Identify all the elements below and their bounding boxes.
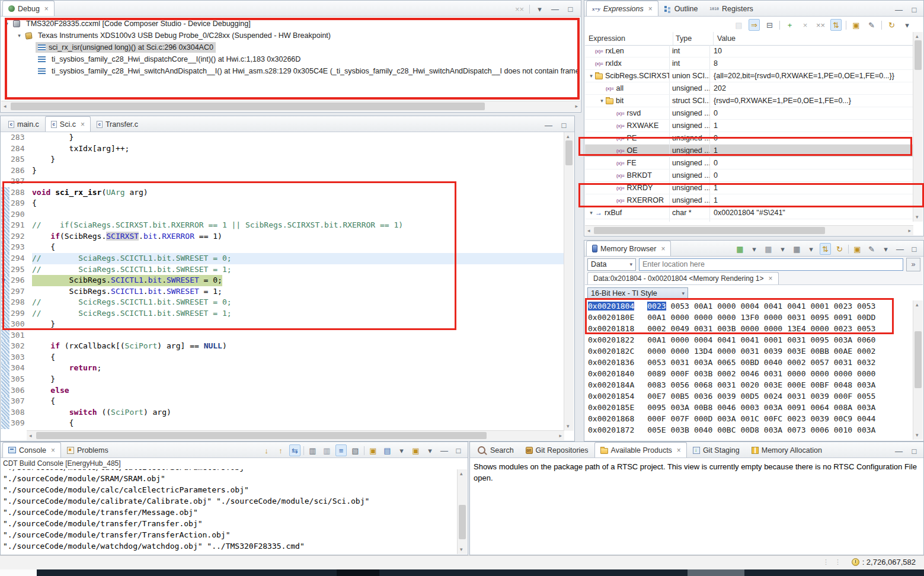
memory-hex-view[interactable]: 0x002018040023005300A1000000040041004100… xyxy=(588,300,913,440)
add-expression-icon[interactable]: + xyxy=(784,19,795,31)
clear-console-icon[interactable]: ▧ xyxy=(350,444,361,456)
show-type-names-icon[interactable]: ▤ xyxy=(733,19,744,31)
expander-icon[interactable]: ▾ xyxy=(587,73,595,79)
expression-row-rxlen[interactable]: (x)=rxLenint10 xyxy=(585,45,913,57)
memory-row-0x0020180E[interactable]: 0x0020180E00A100000000000013F00000003100… xyxy=(588,312,913,323)
pin-console-icon[interactable]: ▥ xyxy=(307,444,318,456)
debug-stack-frame[interactable]: sci_rx_isr(unsigned long)() at Sci.c:296… xyxy=(2,41,580,53)
console-output[interactable]: "./sourceCode/module/calc/calcElectricPa… xyxy=(3,469,456,554)
collapse-all-icon[interactable]: ⊟ xyxy=(764,19,775,31)
memory-row-0x0020182C[interactable]: 0x0020182C0000000013D4000000310039003E00… xyxy=(588,345,913,357)
expression-row-all[interactable]: (x)=allunsigned ...202 xyxy=(585,82,913,95)
expression-row-rxerror[interactable]: (x)=RXERRORunsigned ...1 xyxy=(585,194,913,207)
minimize-icon[interactable]: — xyxy=(893,445,904,457)
memory-row-0x00201836[interactable]: 0x0020183600530031003A006500BD0040000200… xyxy=(588,357,913,368)
tab-outline[interactable]: Outline xyxy=(658,1,704,16)
memory-row-0x0020184A[interactable]: 0x0020184A00830056006800310020003E000E00… xyxy=(588,379,913,391)
memory-format-select[interactable]: 16-Bit Hex - TI Style ▾ xyxy=(587,287,688,299)
view-menu-icon[interactable]: ▾ xyxy=(534,3,545,15)
debug-stack-frame[interactable]: ▾TMS320F28335.ccxml [Code Composer Studi… xyxy=(2,18,580,30)
show-output-on-change-icon[interactable]: ⇆ xyxy=(289,444,300,456)
refresh-auto-icon[interactable]: ⇅ xyxy=(820,243,831,255)
memory-row-0x00201840[interactable]: 0x002018400089000F003B000200460031000000… xyxy=(588,368,913,379)
tab-git-staging[interactable]: Git Staging xyxy=(687,442,746,457)
close-icon[interactable]: × xyxy=(51,446,55,455)
new-console-icon[interactable]: ▣ xyxy=(367,444,379,456)
expressions-horizontal-scrollbar[interactable]: ◂ ▸ xyxy=(585,225,913,235)
scroll-to-bottom-icon[interactable]: ↓ xyxy=(261,444,272,456)
expression-row-oe[interactable]: (x)=OEunsigned ...1 xyxy=(585,145,913,157)
expressions-table[interactable]: (x)=rxLenint10(x)=rxIdxint8▾ScibRegs.SCI… xyxy=(585,45,913,222)
refresh-icon[interactable]: ↻ xyxy=(834,243,845,255)
close-icon[interactable]: × xyxy=(44,5,49,13)
save-memory-icon[interactable]: ▦ xyxy=(763,243,774,255)
word-wrap-icon[interactable]: ≡ xyxy=(335,444,347,456)
new-tab-icon[interactable]: ▣ xyxy=(852,243,863,255)
memory-row-0x00201854[interactable]: 0x0020185400E700B50036003900D50024003100… xyxy=(588,391,913,402)
editor-vertical-scrollbar[interactable]: ▴ ▾ xyxy=(564,132,574,431)
expression-row-rxwake[interactable]: (x)=RXWAKEunsigned ...1 xyxy=(585,120,913,132)
minimize-icon[interactable]: — xyxy=(894,243,906,255)
console-vertical-scrollbar[interactable]: ▴ ▾ xyxy=(457,469,467,554)
maximize-icon[interactable]: □ xyxy=(453,444,464,456)
dropdown-icon[interactable]: ▾ xyxy=(749,243,760,255)
tab-expressions[interactable]: Expressions× xyxy=(586,1,658,16)
close-icon[interactable]: × xyxy=(677,446,681,455)
debug-stack-frame[interactable]: ti_sysbios_family_c28_Hwi_dispatchCore__… xyxy=(2,53,580,65)
tab-git-repositories[interactable]: Git Repositories xyxy=(520,442,594,457)
expression-row-rxrdy[interactable]: (x)=RXRDYunsigned ...1 xyxy=(585,182,913,194)
memory-row-0x00201804[interactable]: 0x002018040023005300A1000000040041004100… xyxy=(588,300,913,312)
memory-vertical-scrollbar[interactable]: ▴ ▾ xyxy=(913,300,923,440)
memory-space-select[interactable]: Data ▾ xyxy=(587,258,636,271)
edit-icon[interactable]: ✎ xyxy=(866,243,877,255)
tab-available-products[interactable]: Available Products× xyxy=(594,442,687,457)
editor-tab-transfer-c[interactable]: Transfer.c xyxy=(91,116,144,132)
column-expression[interactable]: Expression xyxy=(585,32,673,45)
remove-all-expressions-icon[interactable]: ×× xyxy=(815,19,826,31)
expander-icon[interactable]: ▾ xyxy=(598,98,606,104)
taskbar[interactable] xyxy=(0,569,924,576)
expander-icon[interactable]: ▾ xyxy=(15,33,23,39)
link-with-debug-icon[interactable]: ⇒ xyxy=(749,19,760,31)
tab-console[interactable]: Console× xyxy=(2,442,61,457)
maximize-icon[interactable]: □ xyxy=(909,243,920,255)
refresh-values-icon[interactable]: ⇅ xyxy=(830,19,842,31)
memory-go-button[interactable]: » xyxy=(906,258,920,271)
tab-memory-browser[interactable]: Memory Browser× xyxy=(586,241,671,256)
dropdown-icon[interactable]: ▾ xyxy=(396,444,407,456)
memory-row-0x0020185E[interactable]: 0x0020185E0095003A00B800460003003A009100… xyxy=(588,402,913,413)
debug-stack-frame[interactable]: ▾Texas Instruments XDS100v3 USB Debug Pr… xyxy=(2,30,580,41)
column-value[interactable]: Value xyxy=(714,34,913,43)
memory-row-0x00201872[interactable]: 0x00201872005E003B004000BC00D8003A007300… xyxy=(588,424,913,436)
expression-row-fe[interactable]: (x)=FEunsigned ...0 xyxy=(585,157,913,169)
rendering-tab-data-0x201804-0x00201804-memory-rendering-1-[interactable]: Data:0x201804 - 0x00201804 <Memory Rende… xyxy=(587,272,779,284)
memory-location-input[interactable] xyxy=(639,258,903,271)
maximize-icon[interactable]: □ xyxy=(909,445,920,457)
fill-memory-icon[interactable]: ▦ xyxy=(791,243,802,255)
column-type[interactable]: Type xyxy=(673,32,714,45)
remove-all-terminated-icon[interactable]: ×× xyxy=(514,3,525,15)
tab-memory-allocation[interactable]: Memory Allocation xyxy=(746,442,828,457)
expression-row-rxidx[interactable]: (x)=rxIdxint8 xyxy=(585,57,913,70)
view-menu-icon[interactable]: ▾ xyxy=(901,19,913,31)
close-icon[interactable]: × xyxy=(81,120,85,129)
debug-stack-frame[interactable]: ti_sysbios_family_c28_Hwi_switchAndDispa… xyxy=(2,65,580,77)
dropdown-icon[interactable]: ▾ xyxy=(777,243,788,255)
minimize-icon[interactable]: — xyxy=(549,3,561,15)
new-view-icon[interactable]: ▣ xyxy=(851,19,862,31)
expression-row-pe[interactable]: (x)=PEunsigned ...0 xyxy=(585,132,913,145)
edit-expression-icon[interactable]: ✎ xyxy=(866,19,877,31)
tab-registers[interactable]: Registers xyxy=(704,1,759,16)
expander-icon[interactable]: ▾ xyxy=(587,210,595,216)
scroll-to-top-icon[interactable]: ↑ xyxy=(275,444,286,456)
close-icon[interactable]: × xyxy=(661,245,665,253)
close-icon[interactable]: × xyxy=(769,274,773,283)
lock-console-icon[interactable]: ▥ xyxy=(321,444,332,456)
maximize-icon[interactable]: □ xyxy=(909,4,920,15)
memory-row-0x00201822[interactable]: 0x0020182200A100000004004100410001003100… xyxy=(588,334,913,345)
debug-call-stack[interactable]: ▾TMS320F28335.ccxml [Code Composer Studi… xyxy=(2,18,580,101)
expander-icon[interactable]: ▾ xyxy=(3,21,11,27)
open-console-icon[interactable]: ▣ xyxy=(410,444,421,456)
dropdown-icon[interactable]: ▾ xyxy=(805,243,817,255)
view-menu-icon[interactable]: ▾ xyxy=(880,243,891,255)
